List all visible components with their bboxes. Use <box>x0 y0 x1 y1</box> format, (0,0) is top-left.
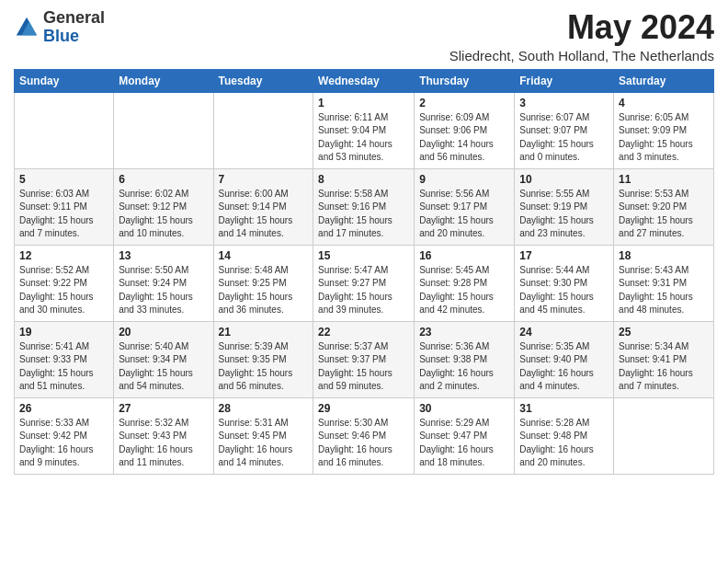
table-row: 3Sunrise: 6:07 AM Sunset: 9:07 PM Daylig… <box>515 92 614 168</box>
day-number: 23 <box>419 326 509 339</box>
day-info: Sunrise: 5:28 AM Sunset: 9:48 PM Dayligh… <box>519 417 609 470</box>
logo-icon <box>14 15 40 40</box>
col-tuesday: Tuesday <box>213 69 313 92</box>
table-row: 28Sunrise: 5:31 AM Sunset: 9:45 PM Dayli… <box>213 397 313 474</box>
day-info: Sunrise: 6:03 AM Sunset: 9:11 PM Dayligh… <box>19 188 108 241</box>
logo-text: General Blue <box>43 9 105 46</box>
table-row: 11Sunrise: 5:53 AM Sunset: 9:20 PM Dayli… <box>614 168 714 245</box>
day-info: Sunrise: 5:29 AM Sunset: 9:47 PM Dayligh… <box>419 417 509 470</box>
day-info: Sunrise: 5:48 AM Sunset: 9:25 PM Dayligh… <box>219 264 309 317</box>
day-info: Sunrise: 6:09 AM Sunset: 9:06 PM Dayligh… <box>419 111 509 165</box>
day-number: 16 <box>419 249 509 262</box>
day-number: 5 <box>19 173 108 186</box>
table-row: 31Sunrise: 5:28 AM Sunset: 9:48 PM Dayli… <box>515 397 614 474</box>
day-number: 20 <box>119 326 208 339</box>
table-row: 5Sunrise: 6:03 AM Sunset: 9:11 PM Daylig… <box>15 168 114 245</box>
table-row: 7Sunrise: 6:00 AM Sunset: 9:14 PM Daylig… <box>213 168 313 245</box>
day-number: 27 <box>119 402 208 415</box>
day-number: 15 <box>318 249 409 262</box>
calendar-header-row: Sunday Monday Tuesday Wednesday Thursday… <box>15 69 714 92</box>
day-info: Sunrise: 5:52 AM Sunset: 9:22 PM Dayligh… <box>19 264 108 317</box>
table-row: 10Sunrise: 5:55 AM Sunset: 9:19 PM Dayli… <box>515 168 614 245</box>
day-info: Sunrise: 5:55 AM Sunset: 9:19 PM Dayligh… <box>519 188 609 241</box>
table-row: 27Sunrise: 5:32 AM Sunset: 9:43 PM Dayli… <box>114 397 213 474</box>
day-info: Sunrise: 5:30 AM Sunset: 9:46 PM Dayligh… <box>318 417 409 470</box>
table-row: 9Sunrise: 5:56 AM Sunset: 9:17 PM Daylig… <box>415 168 515 245</box>
day-info: Sunrise: 5:35 AM Sunset: 9:40 PM Dayligh… <box>519 340 609 394</box>
table-row: 13Sunrise: 5:50 AM Sunset: 9:24 PM Dayli… <box>114 245 213 321</box>
day-info: Sunrise: 6:00 AM Sunset: 9:14 PM Dayligh… <box>219 188 309 241</box>
table-row: 25Sunrise: 5:34 AM Sunset: 9:41 PM Dayli… <box>614 321 714 397</box>
title-area: May 2024 Sliedrecht, South Holland, The … <box>449 9 714 63</box>
day-number: 19 <box>19 326 108 339</box>
day-info: Sunrise: 5:45 AM Sunset: 9:28 PM Dayligh… <box>419 264 509 317</box>
day-number: 2 <box>419 97 509 109</box>
col-sunday: Sunday <box>15 69 114 92</box>
table-row: 1Sunrise: 6:11 AM Sunset: 9:04 PM Daylig… <box>313 92 415 168</box>
day-info: Sunrise: 5:32 AM Sunset: 9:43 PM Dayligh… <box>119 417 208 470</box>
day-number: 8 <box>318 173 409 186</box>
day-info: Sunrise: 5:47 AM Sunset: 9:27 PM Dayligh… <box>318 264 409 317</box>
day-info: Sunrise: 5:33 AM Sunset: 9:42 PM Dayligh… <box>19 417 108 470</box>
day-info: Sunrise: 5:31 AM Sunset: 9:45 PM Dayligh… <box>219 417 309 470</box>
table-row: 18Sunrise: 5:43 AM Sunset: 9:31 PM Dayli… <box>614 245 714 321</box>
day-number: 10 <box>519 173 609 186</box>
calendar-week-row: 26Sunrise: 5:33 AM Sunset: 9:42 PM Dayli… <box>15 397 714 474</box>
day-info: Sunrise: 5:36 AM Sunset: 9:38 PM Dayligh… <box>419 340 509 394</box>
table-row: 21Sunrise: 5:39 AM Sunset: 9:35 PM Dayli… <box>213 321 313 397</box>
day-number: 3 <box>519 97 609 109</box>
table-row: 2Sunrise: 6:09 AM Sunset: 9:06 PM Daylig… <box>415 92 515 168</box>
table-row: 14Sunrise: 5:48 AM Sunset: 9:25 PM Dayli… <box>213 245 313 321</box>
logo: General Blue <box>14 9 105 46</box>
day-info: Sunrise: 5:44 AM Sunset: 9:30 PM Dayligh… <box>519 264 609 317</box>
day-number: 28 <box>219 402 309 415</box>
table-row: 26Sunrise: 5:33 AM Sunset: 9:42 PM Dayli… <box>15 397 114 474</box>
table-row <box>15 92 114 168</box>
header: General Blue May 2024 Sliedrecht, South … <box>14 9 714 63</box>
col-thursday: Thursday <box>415 69 515 92</box>
day-info: Sunrise: 6:05 AM Sunset: 9:09 PM Dayligh… <box>619 111 709 165</box>
table-row: 16Sunrise: 5:45 AM Sunset: 9:28 PM Dayli… <box>415 245 515 321</box>
day-number: 14 <box>219 249 309 262</box>
day-number: 7 <box>219 173 309 186</box>
day-number: 22 <box>318 326 409 339</box>
table-row: 23Sunrise: 5:36 AM Sunset: 9:38 PM Dayli… <box>415 321 515 397</box>
day-number: 26 <box>19 402 108 415</box>
day-number: 30 <box>419 402 509 415</box>
col-saturday: Saturday <box>614 69 714 92</box>
table-row: 20Sunrise: 5:40 AM Sunset: 9:34 PM Dayli… <box>114 321 213 397</box>
day-number: 18 <box>619 249 709 262</box>
day-info: Sunrise: 6:11 AM Sunset: 9:04 PM Dayligh… <box>318 111 409 165</box>
day-number: 6 <box>119 173 208 186</box>
day-info: Sunrise: 6:07 AM Sunset: 9:07 PM Dayligh… <box>519 111 609 165</box>
day-info: Sunrise: 6:02 AM Sunset: 9:12 PM Dayligh… <box>119 188 208 241</box>
table-row <box>213 92 313 168</box>
table-row: 6Sunrise: 6:02 AM Sunset: 9:12 PM Daylig… <box>114 168 213 245</box>
day-number: 29 <box>318 402 409 415</box>
table-row <box>114 92 213 168</box>
col-wednesday: Wednesday <box>313 69 415 92</box>
day-number: 31 <box>519 402 609 415</box>
day-info: Sunrise: 5:37 AM Sunset: 9:37 PM Dayligh… <box>318 340 409 394</box>
day-number: 9 <box>419 173 509 186</box>
table-row: 19Sunrise: 5:41 AM Sunset: 9:33 PM Dayli… <box>15 321 114 397</box>
day-info: Sunrise: 5:41 AM Sunset: 9:33 PM Dayligh… <box>19 340 108 394</box>
table-row <box>614 397 714 474</box>
table-row: 17Sunrise: 5:44 AM Sunset: 9:30 PM Dayli… <box>515 245 614 321</box>
table-row: 4Sunrise: 6:05 AM Sunset: 9:09 PM Daylig… <box>614 92 714 168</box>
day-info: Sunrise: 5:50 AM Sunset: 9:24 PM Dayligh… <box>119 264 208 317</box>
calendar-week-row: 19Sunrise: 5:41 AM Sunset: 9:33 PM Dayli… <box>15 321 714 397</box>
location: Sliedrecht, South Holland, The Netherlan… <box>449 48 714 63</box>
table-row: 30Sunrise: 5:29 AM Sunset: 9:47 PM Dayli… <box>415 397 515 474</box>
logo-general-text: General <box>43 9 105 28</box>
table-row: 24Sunrise: 5:35 AM Sunset: 9:40 PM Dayli… <box>515 321 614 397</box>
day-number: 13 <box>119 249 208 262</box>
day-info: Sunrise: 5:53 AM Sunset: 9:20 PM Dayligh… <box>619 188 709 241</box>
day-number: 17 <box>519 249 609 262</box>
day-info: Sunrise: 5:40 AM Sunset: 9:34 PM Dayligh… <box>119 340 208 394</box>
day-info: Sunrise: 5:43 AM Sunset: 9:31 PM Dayligh… <box>619 264 709 317</box>
month-title: May 2024 <box>449 9 714 46</box>
day-info: Sunrise: 5:39 AM Sunset: 9:35 PM Dayligh… <box>219 340 309 394</box>
calendar-week-row: 12Sunrise: 5:52 AM Sunset: 9:22 PM Dayli… <box>15 245 714 321</box>
calendar-table: Sunday Monday Tuesday Wednesday Thursday… <box>14 69 714 475</box>
